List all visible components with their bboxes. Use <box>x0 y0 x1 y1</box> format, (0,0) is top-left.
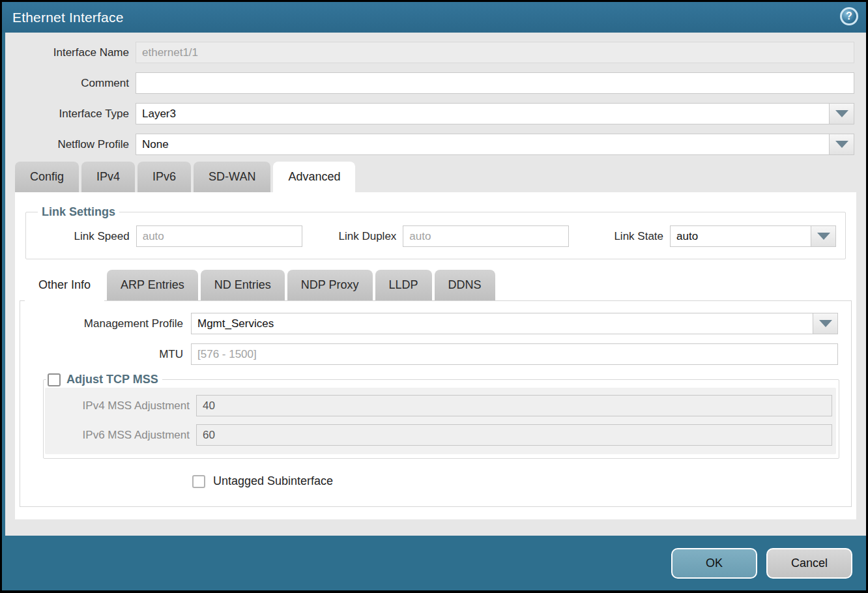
dialog-footer: OK Cancel <box>2 536 866 590</box>
link-state-dropdown[interactable]: auto <box>670 225 836 247</box>
cancel-button[interactable]: Cancel <box>766 548 852 579</box>
management-profile-dropdown[interactable]: Mgmt_Services <box>191 313 838 334</box>
interface-name-row: Interface Name <box>5 42 854 63</box>
mtu-label: MTU <box>20 348 191 361</box>
link-settings-fieldset: Link Settings Link Speed Link Duplex Lin… <box>25 205 846 259</box>
tab-nd-entries[interactable]: ND Entries <box>201 270 285 300</box>
untagged-subinterface-row: Untagged Subinterface <box>192 474 851 488</box>
other-info-panel: Management Profile Mgmt_Services MTU Adj… <box>20 300 852 507</box>
mtu-field[interactable] <box>191 343 838 365</box>
link-duplex-group: Link Duplex <box>302 225 570 247</box>
link-speed-label: Link Speed <box>35 230 136 243</box>
netflow-profile-row: Netflow Profile None <box>5 134 854 155</box>
help-icon[interactable]: ? <box>840 7 858 25</box>
tab-other-info[interactable]: Other Info <box>25 270 104 302</box>
tab-arp-entries[interactable]: ARP Entries <box>107 270 198 300</box>
tab-ipv6[interactable]: IPv6 <box>137 162 191 192</box>
chevron-down-icon <box>819 320 832 327</box>
chevron-down-icon <box>835 110 848 117</box>
interface-type-label: Interface Type <box>5 108 136 121</box>
comment-row: Comment <box>5 72 854 94</box>
mss-fields-container: IPv4 MSS Adjustment IPv6 MSS Adjustment <box>45 388 836 454</box>
comment-field[interactable] <box>136 72 854 94</box>
interface-type-row: Interface Type Layer3 <box>5 103 854 124</box>
dialog-title: Ethernet Interface <box>12 10 124 25</box>
link-speed-field[interactable] <box>136 225 302 247</box>
adjust-tcp-mss-fieldset: Adjust TCP MSS IPv4 MSS Adjustment IPv6 … <box>43 373 839 459</box>
mtu-row: MTU <box>20 343 838 365</box>
chevron-down-icon <box>817 233 830 240</box>
management-profile-value[interactable]: Mgmt_Services <box>191 313 813 334</box>
link-duplex-label: Link Duplex <box>302 230 403 243</box>
management-profile-dropdown-button[interactable] <box>813 313 838 334</box>
chevron-down-icon <box>835 141 848 148</box>
tab-ipv4[interactable]: IPv4 <box>81 162 135 192</box>
adjust-tcp-mss-label: Adjust TCP MSS <box>66 373 158 386</box>
link-settings-legend: Link Settings <box>38 205 119 219</box>
ipv4-mss-field <box>196 395 832 416</box>
ok-button[interactable]: OK <box>671 548 757 579</box>
untagged-subinterface-checkbox[interactable] <box>192 475 205 488</box>
netflow-profile-label: Netflow Profile <box>5 138 136 151</box>
management-profile-row: Management Profile Mgmt_Services <box>20 313 838 334</box>
link-settings-row: Link Speed Link Duplex Link State auto <box>35 225 836 247</box>
ipv6-mss-label: IPv6 MSS Adjustment <box>45 429 196 442</box>
link-state-label: Link State <box>569 230 670 243</box>
interface-name-label: Interface Name <box>5 46 136 59</box>
link-speed-group: Link Speed <box>35 225 302 247</box>
tab-advanced[interactable]: Advanced <box>273 162 355 194</box>
link-state-value[interactable]: auto <box>670 225 811 247</box>
netflow-profile-dropdown[interactable]: None <box>136 134 854 155</box>
tab-ddns[interactable]: DDNS <box>435 270 495 300</box>
link-duplex-field[interactable] <box>403 225 569 247</box>
adjust-tcp-mss-legend: Adjust TCP MSS <box>46 373 162 386</box>
netflow-profile-dropdown-button[interactable] <box>830 134 854 155</box>
interface-name-field <box>136 42 854 63</box>
sub-tab-strip: Other Info ARP Entries ND Entries NDP Pr… <box>25 270 856 300</box>
interface-type-value[interactable]: Layer3 <box>136 103 830 124</box>
main-tab-strip: Config IPv4 IPv6 SD-WAN Advanced <box>15 162 866 192</box>
comment-label: Comment <box>5 77 136 90</box>
interface-type-dropdown[interactable]: Layer3 <box>136 103 854 124</box>
tab-sdwan[interactable]: SD-WAN <box>194 162 270 192</box>
adjust-tcp-mss-checkbox[interactable] <box>48 373 61 386</box>
ethernet-interface-dialog: Ethernet Interface ? Interface Name Comm… <box>2 2 866 590</box>
netflow-profile-value[interactable]: None <box>136 134 830 155</box>
link-state-group: Link State auto <box>569 225 836 247</box>
dialog-titlebar: Ethernet Interface ? <box>2 2 866 33</box>
link-state-dropdown-button[interactable] <box>811 225 836 247</box>
untagged-subinterface-label: Untagged Subinterface <box>213 474 333 488</box>
tab-ndp-proxy[interactable]: NDP Proxy <box>287 270 373 300</box>
ipv4-mss-row: IPv4 MSS Adjustment <box>45 395 832 416</box>
ipv6-mss-row: IPv6 MSS Adjustment <box>45 424 832 446</box>
advanced-tab-panel: Link Settings Link Speed Link Duplex Lin… <box>15 192 856 519</box>
management-profile-label: Management Profile <box>20 317 191 330</box>
ipv4-mss-label: IPv4 MSS Adjustment <box>45 399 196 412</box>
tab-config[interactable]: Config <box>15 162 79 192</box>
interface-type-dropdown-button[interactable] <box>830 103 854 124</box>
ipv6-mss-field <box>196 424 832 446</box>
tab-lldp[interactable]: LLDP <box>375 270 432 300</box>
